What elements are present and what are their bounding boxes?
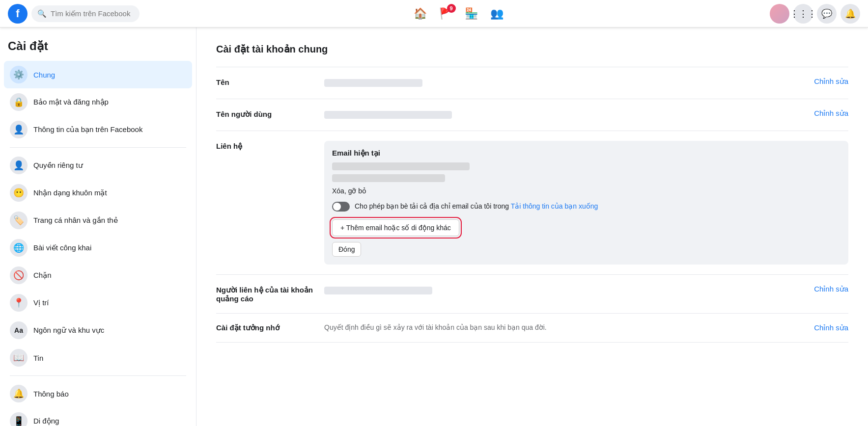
sidebar-item-thong-tin-label: Thông tin của bạn trên Facebook xyxy=(33,125,142,134)
search-box[interactable]: 🔍 xyxy=(31,5,140,22)
sidebar-item-chan[interactable]: 🚫 Chặn xyxy=(4,262,192,289)
lien-he-content: Email hiện tại Xóa, gỡ bỏ Cho phép bạn b… xyxy=(324,141,848,265)
groups-nav-btn[interactable]: 👥 xyxy=(485,2,509,26)
top-navigation: f 🔍 🏠 🚩 9 🏪 👥 ⋮⋮⋮ 💬 🔔 xyxy=(0,0,868,27)
main-content: Cài đặt tài khoản chung Tên Chỉnh sửa Tê… xyxy=(196,27,868,426)
email-current-label: Email hiện tại xyxy=(332,149,840,158)
email-blurred-2 xyxy=(332,174,445,182)
marketplace-icon: 🏪 xyxy=(465,7,478,20)
sidebar-item-bao-mat[interactable]: 🔒 Bảo mật và đăng nhập xyxy=(4,88,192,116)
memorial-edit-btn[interactable]: Chỉnh sửa xyxy=(814,323,848,332)
grid-icon: ⋮⋮⋮ xyxy=(790,8,816,19)
notifications-nav-btn[interactable]: 🚩 9 xyxy=(434,2,458,26)
sidebar-item-vi-tri[interactable]: 📍 Vị trí xyxy=(4,289,192,317)
ten-blurred xyxy=(324,79,422,87)
ad-contact-value xyxy=(324,285,806,296)
toggle-text: Cho phép bạn bè tải cả địa chỉ email của… xyxy=(355,202,598,212)
toggle-link[interactable]: Tải thông tin của bạn xuống xyxy=(511,202,598,210)
nhan-dang-icon: 😶 xyxy=(10,184,28,202)
messenger-icon: 💬 xyxy=(821,8,832,19)
sidebar-item-chan-label: Chặn xyxy=(33,271,52,280)
sidebar-item-trang-ca-nhan-label: Trang cá nhân và gắn thẻ xyxy=(33,216,118,225)
search-input[interactable] xyxy=(51,9,134,18)
sidebar-item-nhan-dang[interactable]: 😶 Nhận dạng khuôn mặt xyxy=(4,179,192,207)
home-icon: 🏠 xyxy=(414,7,427,20)
sidebar-item-nhan-dang-label: Nhận dạng khuôn mặt xyxy=(33,188,107,197)
nav-center: 🏠 🚩 9 🏪 👥 xyxy=(155,2,762,26)
email-toggle[interactable] xyxy=(332,202,350,212)
sidebar-item-trang-ca-nhan[interactable]: 🏷️ Trang cá nhân và gắn thẻ xyxy=(4,207,192,234)
thong-bao-icon: 🔔 xyxy=(10,385,28,402)
add-email-btn[interactable]: + Thêm email hoặc số di động khác xyxy=(332,219,459,236)
ad-contact-blurred xyxy=(324,287,432,294)
toggle-row: Cho phép bạn bè tải cả địa chỉ email của… xyxy=(332,202,840,212)
ten-row: Tên Chỉnh sửa xyxy=(216,67,848,99)
sidebar-divider-2 xyxy=(10,375,186,376)
sidebar-item-bai-viet[interactable]: 🌐 Bài viết công khai xyxy=(4,234,192,262)
vi-tri-icon: 📍 xyxy=(10,294,28,312)
sidebar-item-di-dong[interactable]: 📱 Di động xyxy=(4,407,192,426)
thong-tin-icon: 👤 xyxy=(10,121,28,138)
user-avatar[interactable] xyxy=(770,4,789,24)
sidebar-item-vi-tri-label: Vị trí xyxy=(33,298,49,307)
dong-btn[interactable]: Đóng xyxy=(332,242,361,257)
ad-contact-edit-btn[interactable]: Chỉnh sửa xyxy=(814,285,848,293)
lien-he-row: Liên hệ Email hiện tại Xóa, gỡ bỏ Cho ph… xyxy=(216,131,848,275)
ad-contact-label: Người liên hệ của tài khoản quảng cáo xyxy=(216,285,324,303)
page-layout: Cài đặt ⚙️ Chung 🔒 Bảo mật và đăng nhập … xyxy=(0,27,868,426)
sidebar-item-quyen-rieng-tu[interactable]: 👤 Quyền riêng tư xyxy=(4,152,192,179)
groups-icon: 👥 xyxy=(490,7,504,20)
sidebar-item-ngon-ngu[interactable]: Aa Ngôn ngữ và khu vực xyxy=(4,317,192,344)
sidebar-item-chung[interactable]: ⚙️ Chung xyxy=(4,61,192,88)
memorial-value: Quyết định điều gì sẽ xảy ra với tài kho… xyxy=(324,323,806,331)
nav-right: ⋮⋮⋮ 💬 🔔 xyxy=(762,4,860,24)
search-icon: 🔍 xyxy=(37,9,47,18)
bao-mat-icon: 🔒 xyxy=(10,93,28,111)
ten-value xyxy=(324,77,806,89)
sidebar-divider-1 xyxy=(10,147,186,148)
facebook-logo[interactable]: f xyxy=(8,4,28,24)
sidebar-item-di-dong-label: Di động xyxy=(33,417,59,426)
toggle-text-before: Cho phép bạn bè tải cả địa chỉ email của… xyxy=(355,202,511,210)
sidebar-item-thong-bao-label: Thông báo xyxy=(33,390,69,398)
toggle-knob xyxy=(333,203,341,211)
sidebar-item-thong-tin[interactable]: 👤 Thông tin của bạn trên Facebook xyxy=(4,116,192,143)
ad-contact-row: Người liên hệ của tài khoản quảng cáo Ch… xyxy=(216,275,848,314)
sidebar: Cài đặt ⚙️ Chung 🔒 Bảo mật và đăng nhập … xyxy=(0,27,196,426)
page-title: Cài đặt tài khoản chung xyxy=(216,43,848,55)
sidebar-item-tin[interactable]: 📖 Tin xyxy=(4,344,192,372)
notification-badge: 9 xyxy=(447,4,456,13)
sidebar-item-quyen-rieng-tu-label: Quyền riêng tư xyxy=(33,161,83,170)
di-dong-icon: 📱 xyxy=(10,412,28,426)
sidebar-item-tin-label: Tin xyxy=(33,354,43,362)
home-nav-btn[interactable]: 🏠 xyxy=(409,2,432,26)
email-blurred-1 xyxy=(332,162,470,170)
nav-left: f 🔍 xyxy=(8,4,155,24)
trang-ca-nhan-icon: 🏷️ xyxy=(10,212,28,229)
sidebar-item-ngon-ngu-label: Ngôn ngữ và khu vực xyxy=(33,326,104,335)
ten-nguoi-dung-value xyxy=(324,109,806,121)
messenger-btn[interactable]: 💬 xyxy=(817,4,837,24)
lien-he-label: Liên hệ xyxy=(216,141,324,151)
sidebar-item-bai-viet-label: Bài viết công khai xyxy=(33,243,91,252)
bai-viet-icon: 🌐 xyxy=(10,239,28,257)
sidebar-item-thong-bao[interactable]: 🔔 Thông báo xyxy=(4,380,192,407)
ten-nguoi-dung-edit-btn[interactable]: Chỉnh sửa xyxy=(814,109,848,118)
bell-icon: 🔔 xyxy=(845,8,856,19)
quyen-rieng-tu-icon: 👤 xyxy=(10,157,28,174)
memorial-label: Cài đặt tưởng nhớ xyxy=(216,323,324,332)
xoa-go-bo-btn[interactable]: Xóa, gỡ bỏ xyxy=(332,187,840,195)
chung-icon: ⚙️ xyxy=(10,66,28,83)
ten-label: Tên xyxy=(216,77,324,86)
sidebar-title: Cài đặt xyxy=(4,35,192,61)
ten-edit-btn[interactable]: Chỉnh sửa xyxy=(814,77,848,86)
bell-btn[interactable]: 🔔 xyxy=(840,4,860,24)
ngon-ngu-icon: Aa xyxy=(10,321,28,339)
ten-nguoi-dung-blurred xyxy=(324,111,452,119)
ten-nguoi-dung-label: Tên người dùng xyxy=(216,109,324,119)
tin-icon: 📖 xyxy=(10,349,28,367)
apps-btn[interactable]: ⋮⋮⋮ xyxy=(793,4,813,24)
ten-nguoi-dung-row: Tên người dùng Chỉnh sửa xyxy=(216,99,848,131)
sidebar-item-chung-label: Chung xyxy=(33,71,55,79)
marketplace-nav-btn[interactable]: 🏪 xyxy=(460,2,483,26)
